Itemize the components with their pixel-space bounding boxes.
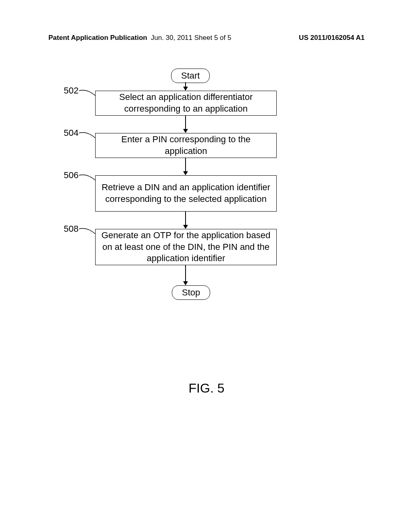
process-select-differentiator: Select an application differentiator cor… bbox=[95, 91, 277, 116]
terminal-stop: Stop bbox=[172, 285, 210, 300]
process-text: Generate an OTP for the application base… bbox=[100, 230, 272, 264]
process-text: Retrieve a DIN and an application identi… bbox=[100, 182, 272, 205]
header-pub-number: US 2011/0162054 A1 bbox=[299, 34, 365, 42]
header-publication: Patent Application Publication bbox=[48, 34, 147, 42]
step-ref-502: 502 bbox=[64, 85, 79, 96]
arrow bbox=[185, 158, 186, 172]
arrow-head-icon bbox=[183, 129, 188, 133]
arrow bbox=[185, 116, 186, 130]
terminal-start: Start bbox=[171, 69, 210, 83]
process-retrieve-din: Retrieve a DIN and an application identi… bbox=[95, 175, 277, 212]
process-generate-otp: Generate an OTP for the application base… bbox=[95, 229, 277, 265]
arrow-head-icon bbox=[183, 225, 188, 229]
step-ref-508: 508 bbox=[64, 224, 79, 234]
header-date-sheet: Jun. 30, 2011 Sheet 5 of 5 bbox=[151, 34, 231, 42]
arrow-head-icon bbox=[183, 171, 188, 175]
arrow-head-icon bbox=[183, 87, 188, 91]
arrow-head-icon bbox=[183, 281, 188, 285]
process-enter-pin: Enter a PIN corresponding to the applica… bbox=[95, 133, 277, 158]
process-text: Select an application differentiator cor… bbox=[100, 91, 272, 114]
figure-label: FIG. 5 bbox=[0, 381, 413, 396]
arrow bbox=[185, 265, 186, 283]
arrow bbox=[185, 212, 186, 226]
process-text: Enter a PIN corresponding to the applica… bbox=[100, 134, 272, 157]
step-ref-504: 504 bbox=[64, 128, 79, 138]
step-ref-506: 506 bbox=[64, 170, 79, 181]
